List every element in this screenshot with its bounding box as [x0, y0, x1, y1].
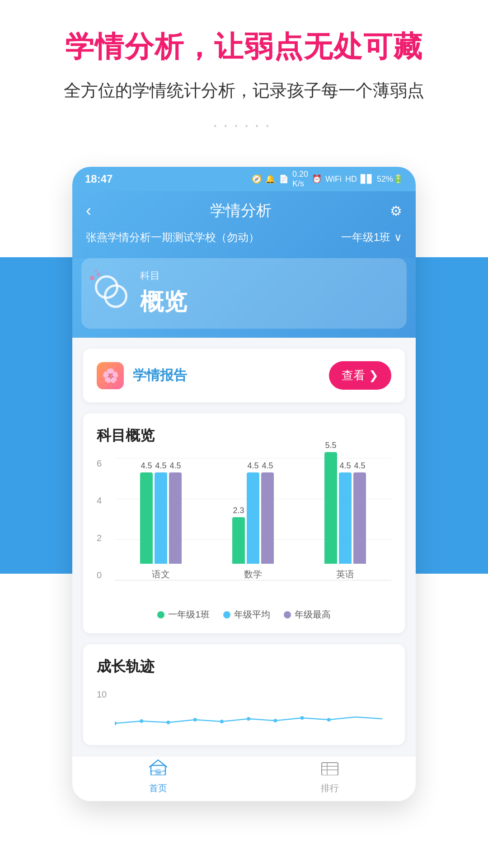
sub-title: 全方位的学情统计分析，记录孩子每一个薄弱点	[27, 79, 461, 102]
class-name: 一年级1班	[341, 230, 390, 245]
report-left: 🌸 学情报告	[97, 362, 187, 389]
nav-rank-label: 排行	[321, 782, 339, 794]
bar-shuxue-green	[232, 517, 245, 564]
chain-icon	[95, 275, 131, 311]
nav-home-label: 首页	[149, 782, 167, 794]
bar-yingyu-blue	[339, 472, 352, 564]
legend-dot-3	[284, 611, 291, 618]
subject-main-text: 概览	[140, 286, 187, 318]
gear-icon[interactable]: ⚙	[390, 203, 402, 219]
bar-yingyu-purple-wrap: 4.5	[353, 461, 366, 564]
svg-point-7	[220, 720, 224, 723]
svg-point-10	[300, 716, 304, 720]
bar-shuxue-blue-wrap: 4.5	[247, 461, 259, 564]
status-icon-signal: ▊▊	[361, 174, 373, 184]
svg-point-8	[247, 717, 250, 721]
bar-yuwen-blue-wrap: 4.5	[155, 461, 167, 564]
growth-y-max: 10	[97, 689, 107, 700]
home-icon	[149, 759, 167, 779]
bar-shuxue-green-label: 2.3	[233, 506, 244, 515]
bar-shuxue-xlabel: 数学	[244, 568, 262, 580]
legend-label-1: 一年级1班	[168, 609, 209, 621]
legend-label-2: 年级平均	[234, 609, 270, 621]
bar-group-bars-yingyu: 5.5 4.5 4.5	[324, 441, 366, 564]
bar-yingyu-blue-wrap: 4.5	[339, 461, 352, 564]
school-row: 张燕学情分析一期测试学校（勿动） 一年级1班 ∨	[86, 230, 402, 245]
growth-title: 成长轨迹	[97, 657, 391, 677]
view-btn-label: 查看	[342, 368, 365, 383]
bar-yingyu-purple-label: 4.5	[354, 461, 365, 471]
legend-item-2: 年级平均	[223, 609, 270, 621]
school-name: 张燕学情分析一期测试学校（勿动）	[86, 230, 259, 245]
svg-point-11	[327, 718, 331, 722]
bottom-nav: 首页 排行	[72, 756, 416, 801]
chevron-down-icon: ∨	[394, 231, 402, 244]
legend-item-1: 一年级1班	[157, 609, 209, 621]
status-icon-nav: 🧭	[252, 174, 262, 184]
bar-group-yingyu: 5.5 4.5 4.5	[324, 441, 366, 580]
top-section: 学情分析，让弱点无处可藏 全方位的学情统计分析，记录孩子每一个薄弱点 ·····…	[0, 0, 488, 167]
bar-yingyu-xlabel: 英语	[336, 568, 354, 580]
svg-point-3	[115, 722, 117, 725]
growth-section: 成长轨迹 10	[83, 644, 405, 745]
nav-item-rank[interactable]: 排行	[321, 759, 339, 794]
report-icon: 🌸	[97, 362, 124, 389]
header-nav: ‹ 学情分析 ⚙	[86, 200, 402, 221]
report-card: 🌸 学情报告 查看 ❯	[83, 349, 405, 402]
bar-shuxue-green-wrap: 2.3	[232, 506, 245, 564]
bar-group-shuxue: 2.3 4.5 4.5	[232, 461, 274, 580]
subject-tabs: 科目 概览	[72, 258, 416, 338]
bar-yingyu-green	[324, 452, 337, 564]
bar-group-bars-yuwen: 4.5 4.5 4.5	[140, 461, 182, 564]
chart-legend: 一年级1班 年级平均 年级最高	[97, 609, 391, 621]
y-label-6: 6	[97, 458, 102, 469]
bar-group-bars-shuxue: 2.3 4.5 4.5	[232, 461, 274, 564]
bar-yingyu-green-label: 5.5	[325, 441, 336, 450]
svg-point-0	[90, 276, 94, 280]
phone-frame: 18:47 🧭 🔔 📄 0.20K/s ⏰ WiFi HD ▊▊ 52%🔋 ‹ …	[72, 167, 416, 801]
subject-card[interactable]: 科目 概览	[81, 258, 407, 329]
status-battery: 52%🔋	[377, 174, 403, 184]
legend-dot-2	[223, 611, 230, 618]
svg-point-4	[140, 719, 143, 723]
bar-yingyu-green-wrap: 5.5	[324, 441, 337, 564]
status-icon-hd: HD	[345, 175, 357, 184]
bar-group-yuwen: 4.5 4.5 4.5	[140, 461, 182, 580]
class-selector[interactable]: 一年级1班 ∨	[341, 230, 402, 245]
bar-shuxue-purple	[261, 472, 274, 564]
main-title: 学情分析，让弱点无处可藏	[27, 27, 461, 66]
bar-yingyu-blue-label: 4.5	[339, 461, 351, 471]
bar-yuwen-purple	[169, 472, 182, 564]
bar-yuwen-xlabel: 语文	[152, 568, 170, 580]
status-speed: 0.20K/s	[292, 170, 308, 189]
svg-rect-14	[322, 763, 338, 775]
bar-yuwen-green-label: 4.5	[141, 461, 152, 471]
report-label: 学情报告	[133, 366, 187, 385]
y-label-4: 4	[97, 495, 102, 506]
bar-yuwen-green-wrap: 4.5	[140, 461, 153, 564]
status-bar: 18:47 🧭 🔔 📄 0.20K/s ⏰ WiFi HD ▊▊ 52%🔋	[72, 167, 416, 191]
status-icon-alarm: ⏰	[312, 174, 322, 184]
bar-yuwen-green	[140, 472, 153, 564]
phone-container: 18:47 🧭 🔔 📄 0.20K/s ⏰ WiFi HD ▊▊ 52%🔋 ‹ …	[72, 167, 416, 801]
status-time: 18:47	[85, 173, 113, 185]
bar-shuxue-purple-wrap: 4.5	[261, 461, 274, 564]
svg-point-5	[167, 721, 170, 724]
chart-section: 科目概览 0 2 4 6	[83, 413, 405, 633]
legend-label-3: 年级最高	[295, 609, 331, 621]
status-icon-file: 📄	[279, 174, 289, 184]
bar-yingyu-purple	[353, 472, 366, 564]
back-button[interactable]: ‹	[86, 201, 91, 220]
svg-point-9	[273, 719, 277, 722]
dots-decoration: ······	[27, 115, 461, 135]
bar-shuxue-blue-label: 4.5	[247, 461, 258, 471]
y-label-2: 2	[97, 533, 102, 543]
status-icons: 🧭 🔔 📄 0.20K/s ⏰ WiFi HD ▊▊ 52%🔋	[252, 170, 403, 189]
main-content: 🌸 学情报告 查看 ❯ 科目概览 0 2 4	[72, 338, 416, 756]
view-button[interactable]: 查看 ❯	[329, 361, 391, 390]
y-axis: 0 2 4 6	[97, 458, 102, 580]
subject-label-top: 科目	[140, 269, 187, 283]
rank-icon	[321, 759, 339, 779]
view-btn-icon: ❯	[369, 368, 379, 382]
nav-item-home[interactable]: 首页	[149, 759, 167, 794]
